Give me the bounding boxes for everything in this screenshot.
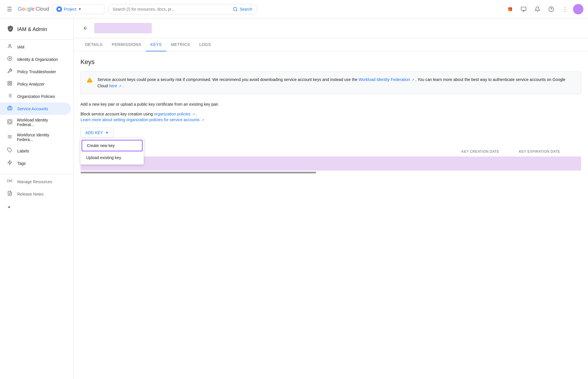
tab-permissions[interactable]: PERMISSIONS (107, 38, 146, 51)
table-header: Key Key creation date Key expiration dat… (80, 147, 581, 157)
sidebar-item-iam[interactable]: IAM (0, 41, 71, 53)
dropdown-item-create-new-key[interactable]: Create new key (82, 140, 143, 151)
warning-box: Service account keys could pose a securi… (80, 71, 581, 94)
avatar[interactable] (573, 4, 583, 14)
tab-metrics[interactable]: METRICS (166, 38, 195, 51)
sidebar-item-label: Release Notes (17, 192, 44, 196)
tabs: DETAILS PERMISSIONS KEYS METRICS LOGS (74, 38, 588, 51)
svg-rect-17 (7, 119, 12, 124)
sidebar: IAM & Admin IAM Identity & Organization (0, 18, 74, 379)
table-col-creation-date: Key creation date (462, 150, 519, 154)
external-link-icon-2: ↗ (119, 84, 121, 88)
page-title-placeholder (94, 23, 152, 33)
sidebar-item-label: Policy Troubleshooter (17, 69, 56, 74)
svg-point-3 (9, 44, 11, 46)
svg-rect-7 (10, 81, 12, 83)
svg-rect-8 (8, 84, 9, 85)
warning-triangle-icon (87, 77, 93, 89)
workforce-identity-icon (7, 134, 12, 141)
sidebar-item-identity-org[interactable]: Identity & Organization (0, 53, 71, 65)
notifications-icon[interactable] (532, 3, 543, 15)
iam-shield-icon (7, 25, 14, 34)
sidebar-item-workforce-identity[interactable]: Workforce Identity Federa... (0, 130, 71, 145)
horizontal-scrollbar[interactable] (80, 172, 316, 173)
tags-icon (7, 160, 13, 167)
table-col-expiration-date: Key expiration date (519, 150, 577, 154)
workload-identity-icon (7, 119, 12, 126)
more-options-icon[interactable]: ⋮ (559, 3, 571, 15)
policy-links: Block service account key creation using… (80, 111, 581, 122)
svg-rect-16 (8, 107, 12, 110)
search-button[interactable]: Search (233, 7, 252, 12)
svg-rect-18 (9, 121, 11, 123)
collapse-icon: ◄ (7, 205, 11, 209)
tab-details[interactable]: DETAILS (80, 38, 107, 51)
svg-rect-1 (521, 7, 526, 10)
learn-more-link[interactable]: Learn more about setting organization po… (80, 117, 204, 122)
project-label: Project (64, 7, 76, 11)
tab-logs[interactable]: LOGS (195, 38, 216, 51)
tab-keys[interactable]: KEYS (146, 38, 166, 51)
sidebar-item-manage-resources[interactable]: Manage Resources (0, 175, 71, 188)
back-button[interactable] (80, 23, 91, 33)
sidebar-item-label: Organization Policies (17, 94, 55, 99)
main-content: DETAILS PERMISSIONS KEYS METRICS LOGS Ke… (74, 18, 588, 379)
policy-text: Block service account key creation using (80, 112, 154, 116)
keys-content: Keys Service account keys could pose a s… (74, 51, 588, 181)
project-dropdown-icon: ▼ (78, 7, 82, 11)
labels-icon (7, 148, 13, 154)
add-key-button[interactable]: ADD KEY ▼ (80, 128, 114, 138)
here-link[interactable]: here ↗ (109, 84, 122, 88)
manage-resources-icon (7, 178, 13, 185)
external-link-icon: ↗ (412, 78, 414, 82)
layout: IAM & Admin IAM Identity & Organization (0, 18, 588, 379)
iam-icon (7, 44, 13, 50)
gift-icon[interactable]: 🎁 (504, 3, 516, 15)
org-policies-link[interactable]: organization policies ↗ (154, 112, 196, 116)
nav-icons: 🎁 ⋮ (504, 3, 583, 15)
description-text: Add a new key pair or upload a public ke… (80, 101, 581, 107)
add-key-dropdown-container: ADD KEY ▼ Create new key Upload existing… (80, 128, 114, 138)
svg-marker-23 (8, 161, 12, 165)
sidebar-item-label: Workforce Identity Federa... (17, 133, 64, 142)
project-dot-icon (56, 6, 62, 12)
add-key-dropdown-menu: Create new key Upload existing key (80, 138, 144, 165)
sidebar-item-policy-analyzer[interactable]: Policy Analyzer (0, 78, 71, 90)
sidebar-item-service-accounts[interactable]: Service Accounts (0, 103, 71, 115)
keys-section-title: Keys (80, 58, 581, 66)
add-key-arrow-icon: ▼ (105, 131, 109, 135)
sidebar-item-labels[interactable]: Labels (0, 145, 71, 157)
identity-org-icon (7, 56, 13, 63)
workload-identity-federation-link[interactable]: Workload Identity Federation ↗ (359, 77, 416, 82)
project-selector[interactable]: Project ▼ (53, 4, 104, 14)
collapse-sidebar-button[interactable]: ◄ (0, 202, 73, 211)
svg-rect-6 (8, 81, 9, 83)
sidebar-item-label: Identity & Organization (17, 57, 58, 62)
page-header (74, 18, 588, 38)
table-row[interactable] (80, 157, 581, 171)
sidebar-item-release-notes[interactable]: Release Notes (0, 188, 71, 200)
sidebar-item-policy-troubleshooter[interactable]: Policy Troubleshooter (0, 65, 71, 78)
hamburger-menu[interactable]: ☰ (5, 3, 14, 15)
sidebar-header: IAM & Admin (0, 21, 73, 38)
sidebar-item-label: IAM (17, 45, 24, 49)
sidebar-item-workload-identity[interactable]: Workload Identity Federat... (0, 115, 71, 130)
search-input[interactable] (113, 7, 230, 11)
sidebar-divider (0, 39, 73, 40)
svg-point-5 (9, 58, 11, 59)
sidebar-item-label: Policy Analyzer (17, 82, 45, 86)
dropdown-item-upload-existing-key[interactable]: Upload existing key (80, 152, 144, 163)
help-icon[interactable] (545, 3, 557, 15)
svg-point-4 (8, 57, 12, 61)
sidebar-item-label: Tags (17, 161, 26, 166)
sidebar-item-label: Workload Identity Federat... (17, 118, 64, 127)
policy-analyzer-icon (7, 81, 13, 87)
org-policies-icon (7, 93, 13, 100)
org-policies-external-icon: ↗ (192, 113, 195, 116)
terminal-icon[interactable] (518, 3, 529, 15)
warning-text: Service account keys could pose a securi… (97, 76, 575, 89)
sidebar-item-org-policies[interactable]: Organization Policies (0, 90, 71, 103)
sidebar-item-tags[interactable]: Tags (0, 157, 71, 169)
release-notes-icon (7, 191, 13, 197)
search-bar: Search (108, 4, 257, 14)
